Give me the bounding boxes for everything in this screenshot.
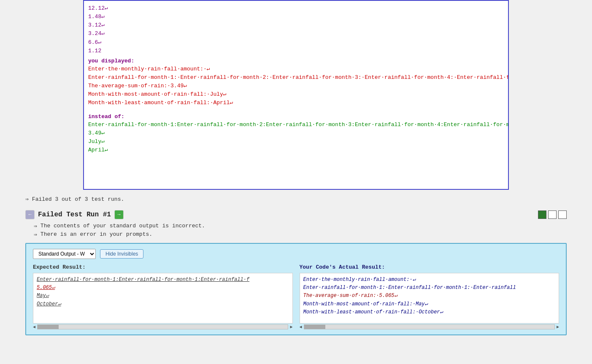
detail-arrow-1: ⇒ [34, 223, 37, 229]
actual-line-3: Month·with·most·amount·of·rain·fall:·May… [303, 300, 556, 308]
test-detail-line-2: ⇒ There is an error in your prompts. [0, 230, 592, 239]
actual-line-0: Enter·the·monthly·rain·fall·amount:·↵ [303, 276, 556, 284]
detail-arrow-2: ⇒ [34, 231, 37, 238]
instead-line-2: July↵ [88, 138, 504, 146]
summary-arrow: ⇒ [25, 196, 29, 202]
view-icon-filled[interactable] [538, 210, 546, 219]
detail-text-1: The contents of your standard output is … [41, 223, 205, 229]
actual-scroll-right[interactable]: ▶ [557, 324, 559, 329]
failed-test-title: Failed Test Run #1 [38, 211, 111, 218]
expected-scroll-left[interactable]: ◀ [33, 324, 35, 329]
actual-label: Your Code's Actual Result: [300, 264, 560, 270]
displayed-line-0: Enter·the·monthly·rain·fall·amount:·↵ [88, 65, 504, 73]
test-summary: ⇒ Failed 3 out of 3 test runs. [0, 192, 592, 206]
expected-scroll-right[interactable]: ▶ [290, 324, 292, 329]
code-line-3: 3.12↵ [88, 21, 504, 30]
displayed-line-2: The·average·sum·of·rain:·3.49↵ [88, 82, 504, 90]
code-line-4: 3.24↵ [88, 30, 504, 38]
code-line-1: 12.12↵ [88, 4, 504, 13]
actual-scrollbar[interactable]: ◀ ▶ [300, 324, 560, 329]
expected-column: Expected Result: Enter·rainfall·for·mont… [33, 264, 293, 329]
expected-scroll-track[interactable] [37, 324, 288, 329]
actual-column: Your Code's Actual Result: Enter·the·mon… [300, 264, 560, 329]
code-line-6: 1.12 [88, 47, 504, 55]
expected-scroll-thumb[interactable] [38, 325, 59, 329]
test-detail-line-1: ⇒ The contents of your standard output i… [0, 222, 592, 230]
code-line-5: 6.6↵ [88, 38, 504, 47]
actual-scroll-track[interactable] [304, 324, 555, 329]
summary-text: Failed 3 out of 3 test runs. [32, 196, 124, 202]
expected-line-3: October↵ [37, 300, 289, 308]
view-icon-outline-2[interactable] [558, 210, 567, 219]
actual-scroll-thumb[interactable] [304, 325, 325, 329]
actual-line-2: The·average·sum·of·rain:·5.065↵ [303, 292, 556, 300]
code-output-section: 12.12↵ 1.48↵ 3.12↵ 3.24↵ 6.6↵ 1.12 you d… [83, 0, 509, 190]
detail-text-2: There is an error in your prompts. [41, 231, 152, 237]
actual-code-box: Enter·the·monthly·rain·fall·amount:·↵ En… [300, 273, 560, 324]
actual-line-1: Enter·rainfall·for·month·1:·Enter·rainfa… [303, 284, 556, 292]
you-displayed-label: you displayed: [88, 58, 504, 64]
columns-container: Expected Result: Enter·rainfall·for·mont… [33, 264, 559, 329]
expected-line-2: May↵ [37, 292, 289, 300]
expected-line-1: 5.065↵ [37, 284, 289, 292]
displayed-line-3: Month·with·most·amount·of·rain·fall:·Jul… [88, 90, 504, 99]
code-line-2: 1.48↵ [88, 13, 504, 21]
failed-test-left: ← Failed Test Run #1 → [25, 210, 124, 219]
displayed-line-1: Enter·rainfall·for·month·1:·Enter·rainfa… [88, 73, 504, 82]
instead-line-1: 3.49↵ [88, 129, 504, 138]
instead-of-label: instead of: [88, 113, 504, 120]
expected-label: Expected Result: [33, 264, 293, 270]
nav-next-button[interactable]: → [114, 210, 124, 219]
expected-line-0: Enter·rainfall·for·month·1:Enter·rainfal… [37, 276, 289, 284]
instead-line-3: April↵ [88, 146, 504, 154]
nav-prev-button[interactable]: ← [25, 210, 35, 219]
view-icons [538, 210, 567, 219]
expected-scrollbar[interactable]: ◀ ▶ [33, 324, 293, 329]
page-container: 12.12↵ 1.48↵ 3.12↵ 3.24↵ 6.6↵ 1.12 you d… [0, 0, 592, 364]
panel-controls: Standard Output - W Hide Invisibles [33, 249, 559, 259]
failed-test-header: ← Failed Test Run #1 → [0, 208, 592, 222]
actual-line-4: Month·with·least·amount·of·rain·fall:·Oc… [303, 308, 556, 316]
displayed-line-4: Month·with·least·amount·of·rain·fall:·Ap… [88, 99, 504, 107]
comparison-panel: Standard Output - W Hide Invisibles Expe… [25, 243, 567, 335]
view-icon-outline-1[interactable] [548, 210, 557, 219]
output-dropdown[interactable]: Standard Output - W [33, 249, 96, 259]
expected-code-box: Enter·rainfall·for·month·1:Enter·rainfal… [33, 273, 293, 324]
actual-scroll-left[interactable]: ◀ [300, 324, 302, 329]
instead-line-0: Enter·rainfall·for·month·1:Enter·rainfal… [88, 121, 504, 129]
hide-invisibles-button[interactable]: Hide Invisibles [100, 249, 143, 259]
